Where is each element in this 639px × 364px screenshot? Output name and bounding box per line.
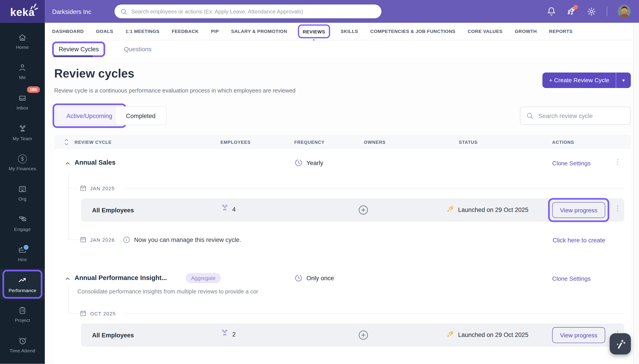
engage-icon [18, 215, 27, 224]
filter-completed[interactable]: Completed [115, 106, 166, 125]
sidebar-item-home[interactable]: Home [0, 26, 45, 56]
magic-wand-icon [614, 338, 626, 350]
col-header-owners: OWNERS [364, 140, 386, 145]
sidebar-item-engage[interactable]: Engage [0, 208, 45, 238]
sidebar-item-me[interactable]: Me [0, 56, 45, 87]
tab-goals[interactable]: GOALS [96, 29, 113, 34]
page-subtitle: Review cycle is a continuous performance… [54, 87, 296, 94]
tab-competencies-job-functions[interactable]: COMPETENCIES & JOB FUNCTIONS [370, 29, 456, 34]
period-date: JAN 2026 [90, 237, 115, 243]
global-search[interactable] [114, 4, 382, 18]
click-here-to-create-link[interactable]: Click here to create [552, 237, 605, 244]
col-header-review-cycle[interactable]: REVIEW CYCLE [74, 140, 112, 145]
frequency-cell: Only once [294, 274, 334, 282]
tab-pip[interactable]: PIP [211, 29, 219, 34]
time-attend-icon [18, 336, 27, 346]
review-cycles-annotation-box: Review Cycles [52, 42, 105, 57]
tab-reports[interactable]: REPORTS [549, 29, 573, 34]
tab-reviews[interactable]: REVIEWS [303, 29, 325, 34]
rocket-notification-dot [573, 5, 578, 10]
tab-dashboard[interactable]: DASHBOARD [52, 29, 84, 34]
announcements-rocket-icon[interactable] [566, 6, 576, 16]
tree-connector [68, 314, 79, 314]
review-cycle-name[interactable]: Annual Performance Insight... [74, 274, 167, 282]
user-icon [18, 63, 27, 72]
view-progress-button[interactable]: View progress [552, 327, 605, 343]
tree-line [68, 173, 69, 240]
status-cell: Launched on 29 Oct 2025 [446, 330, 528, 338]
notifications-bell-icon[interactable] [547, 7, 556, 16]
tree-connector [68, 188, 79, 188]
tab-1-1-meetings[interactable]: 1:1 MEETINGS [126, 29, 160, 34]
employee-count: 2 [232, 331, 236, 338]
clock-icon [294, 274, 303, 282]
row-kebab-menu-icon[interactable]: ⋮ [614, 206, 621, 212]
employee-group-row[interactable] [81, 198, 624, 222]
app-window: keka Darksiders Inc [0, 0, 639, 364]
review-cycle-search[interactable] [520, 107, 631, 125]
collapse-all-icon[interactable] [64, 139, 69, 146]
create-review-cycle-button[interactable]: + Create Review Cycle ▾ [542, 72, 631, 88]
add-owner-icon[interactable] [358, 205, 368, 215]
status-cell: Launched on 29 Oct 2025 [446, 206, 528, 214]
clone-settings-link[interactable]: Clone Settings [552, 160, 591, 167]
reviews-annotation-box: REVIEWS [298, 24, 330, 38]
calendar-icon [80, 184, 87, 192]
sidebar-item-performance[interactable]: Performance [0, 269, 45, 299]
employee-count: 4 [232, 206, 236, 213]
subtab-review-cycles[interactable]: Review Cycles [59, 46, 99, 52]
review-cycle-description: Consolidate performance insights from mu… [78, 288, 258, 294]
user-avatar[interactable] [618, 5, 631, 18]
global-search-input[interactable] [130, 8, 376, 15]
col-header-frequency: FREQUENCY [294, 140, 324, 145]
finances-icon: $ [18, 154, 27, 163]
period-date: JAN 2025 [90, 186, 115, 191]
subtab-questions[interactable]: Questions [124, 46, 152, 53]
sidebar-item-project[interactable]: Project [0, 299, 45, 330]
reviews-sub-tabs: Review Cycles Questions [45, 40, 639, 58]
active-subtab-underline [53, 55, 93, 57]
collapse-group-icon[interactable] [64, 160, 71, 167]
review-cycle-name[interactable]: Annual Sales [74, 159, 116, 166]
period-divider [124, 314, 624, 314]
inbox-icon [18, 94, 27, 102]
employee-group-name: All Employees [92, 206, 134, 214]
tab-feedback[interactable]: FEEDBACK [172, 29, 199, 34]
filter-active-upcoming[interactable]: Active/Upcoming [55, 106, 123, 125]
page-title: Review cycles [54, 67, 134, 80]
create-dropdown-caret-icon[interactable]: ▾ [616, 78, 631, 83]
tab-skills[interactable]: SKILLS [340, 29, 358, 34]
row-kebab-menu-icon[interactable]: ⋮ [614, 159, 621, 165]
sidebar-item-my-team[interactable]: My Team [0, 117, 45, 148]
inbox-count-badge: 186 [27, 86, 40, 93]
org-icon [18, 184, 27, 194]
launched-rocket-icon [446, 330, 454, 338]
magic-assistant-button[interactable] [610, 333, 631, 354]
employee-group-row[interactable] [81, 324, 624, 347]
main-area: DASHBOARD GOALS 1:1 MEETINGS FEEDBACK PI… [45, 23, 639, 364]
add-owner-icon[interactable] [358, 330, 368, 340]
sidebar-item-my-finances[interactable]: $ My Finances [0, 148, 45, 178]
keka-logo[interactable]: keka [0, 0, 45, 23]
clone-settings-link[interactable]: Clone Settings [552, 276, 591, 282]
sidebar-item-hire[interactable]: Hire [0, 238, 45, 269]
tab-core-values[interactable]: CORE VALUES [468, 29, 502, 34]
tab-salary-promotion[interactable]: SALARY & PROMOTION [231, 29, 287, 34]
scrollbar-track[interactable] [634, 23, 639, 364]
sidebar-item-inbox[interactable]: 186 Inbox [0, 87, 45, 117]
collapse-group-icon[interactable] [64, 276, 71, 282]
employees-icon [220, 204, 229, 212]
view-progress-button[interactable]: View progress [552, 202, 605, 218]
sidebar-item-time-attend[interactable]: Time Attend [0, 330, 45, 360]
settings-gear-icon[interactable] [587, 7, 596, 16]
sidebar-item-org[interactable]: Org [0, 178, 45, 208]
view-progress-annotation-box: View progress [548, 198, 609, 222]
search-icon [526, 112, 534, 120]
info-icon [122, 236, 130, 244]
project-icon [18, 306, 27, 315]
avatar-photo [618, 5, 631, 18]
tab-growth[interactable]: GROWTH [515, 29, 537, 34]
review-cycle-search-input[interactable] [538, 112, 625, 120]
employees-icon [220, 328, 229, 337]
search-icon [120, 8, 127, 15]
